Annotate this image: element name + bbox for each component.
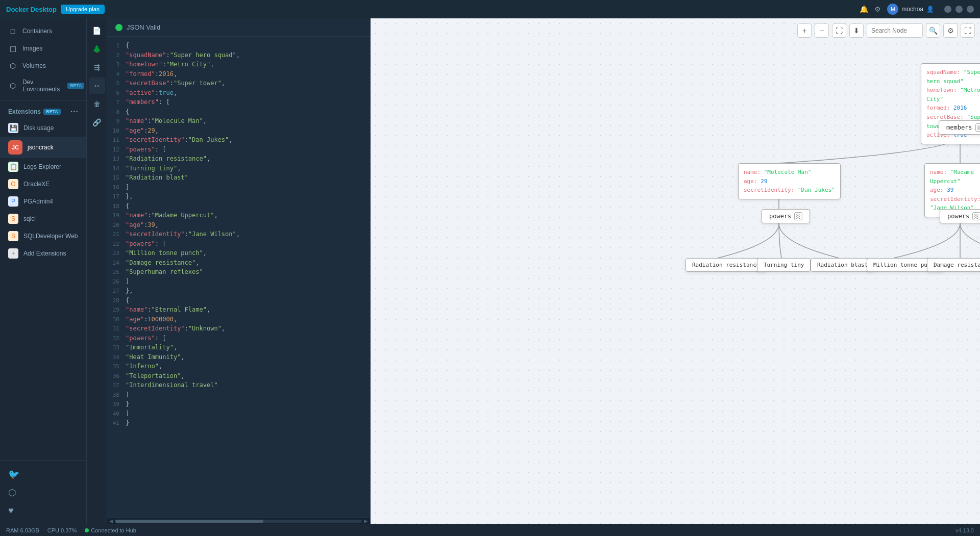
oracle-label: OracleXE (23, 181, 50, 188)
sidebar-item-add-extensions[interactable]: + Add Extensions (0, 245, 86, 262)
titlebar-icons: 🔔 ⚙ M mochoa 👤 (860, 4, 934, 15)
search-node-input[interactable] (867, 23, 923, 38)
logs-label: Logs Explorer (23, 163, 61, 170)
user-info: M mochoa 👤 (887, 4, 934, 15)
images-label: Images (22, 45, 42, 52)
disk-usage-label: Disk usage (23, 124, 54, 132)
settings-button[interactable]: ⚙ (943, 23, 958, 38)
member1-node: name: "Molecule Man" age: 29 secretIdent… (738, 163, 841, 199)
sidebar-item-pgadmin4[interactable]: P PGAdmin4 (0, 193, 86, 210)
code-line-31: 31 "secretIdentity": "Unknown", (107, 324, 370, 334)
avatar: M (887, 4, 898, 15)
ram-value: RAM 6.03GB (6, 527, 39, 533)
sidebar: □ Containers ◫ Images ⬡ Volumes ⬡ Dev En… (0, 18, 87, 524)
code-line-13: 13 "Radiation resistance", (107, 154, 370, 164)
trash-icon-btn[interactable]: 🗑 (89, 96, 105, 112)
upgrade-button[interactable]: Upgrade plan (61, 5, 105, 14)
sidebar-item-logs-explorer[interactable]: 📋 Logs Explorer (0, 158, 86, 175)
heart-icon-btn[interactable]: ♥ (0, 502, 86, 520)
graph-toolbar: + − ⛶ ⬇ 🔍 ⚙ ⛶ (797, 23, 975, 38)
sidebar-item-sqlcl[interactable]: S sqlcl (0, 210, 86, 227)
fit-view-button[interactable]: ⛶ (832, 23, 846, 38)
sidebar-item-volumes[interactable]: ⬡ Volumes (0, 57, 86, 74)
app-name: Docker Desktop (6, 6, 57, 13)
twitter-icon-btn[interactable]: 🐦 (0, 465, 86, 483)
code-line-21: 21 "secretIdentity": "Jane Wilson", (107, 229, 370, 239)
code-line-27: 27 }, (107, 286, 370, 296)
zoom-out-button[interactable]: − (815, 23, 829, 38)
sidebar-nav: □ Containers ◫ Images ⬡ Volumes ⬡ Dev En… (0, 18, 86, 266)
code-line-18: 18 { (107, 201, 370, 211)
code-line-26: 26 ] (107, 277, 370, 287)
sqldeveloper-icon: S (8, 231, 18, 241)
images-icon: ◫ (8, 44, 17, 53)
sidebar-bottom: 🐦 ⬡ ♥ (0, 461, 86, 524)
jsoncrack-icon: JC (8, 140, 22, 155)
code-line-25: 25 "Superhuman reflexes" (107, 267, 370, 277)
code-line-5: 5"secretBase": "Super tower", (107, 79, 370, 88)
sidebar-item-dev-environments[interactable]: ⬡ Dev Environments BETA (0, 74, 86, 97)
graph-icon-btn[interactable]: ↔ (89, 78, 105, 94)
logs-icon: 📋 (8, 162, 18, 172)
powers1-node: powers ⛓ (762, 209, 810, 223)
link-icon-btn[interactable]: 🔗 (89, 114, 105, 131)
json-valid-text: JSON Valid (127, 23, 160, 31)
code-line-6: 6"active": true, (107, 88, 370, 98)
close-button[interactable]: ✕ (967, 6, 974, 13)
json-editor: JSON Valid 1{2"squadName": "Super hero s… (107, 18, 371, 524)
sqlcl-label: sqlcl (23, 215, 36, 222)
containers-icon: □ (8, 27, 17, 36)
ram-status: RAM 6.03GB (6, 527, 39, 533)
code-line-4: 4"formed": 2016, (107, 69, 370, 79)
code-line-14: 14 "Turning tiny", (107, 164, 370, 173)
download-button[interactable]: ⬇ (849, 23, 864, 38)
leaf-radiation-blast: Radiation blast (811, 258, 874, 272)
sidebar-item-jsoncrack[interactable]: JC jsoncrack (0, 137, 86, 158)
flow-icon-btn[interactable]: ⇶ (89, 59, 105, 75)
icon-panel: 📄 🌲 ⇶ ↔ 🗑 🔗 (87, 18, 107, 524)
dev-env-label: Dev Environments (22, 79, 60, 93)
sidebar-item-containers[interactable]: □ Containers (0, 22, 86, 40)
powers2-node: powers ⛓ (940, 209, 980, 223)
sidebar-item-oraclexe[interactable]: O OracleXE (0, 175, 86, 193)
sidebar-item-images[interactable]: ◫ Images (0, 40, 86, 57)
code-line-9: 9 "name": "Molecule Man", (107, 116, 370, 126)
code-line-15: 15 "Radiation blast" (107, 173, 370, 183)
statusbar: RAM 6.03GB CPU 0.37% Connected to Hub v4… (0, 524, 980, 536)
sidebar-item-disk-usage[interactable]: 💾 Disk usage (0, 119, 86, 137)
github-icon-btn[interactable]: ⬡ (0, 483, 86, 502)
code-line-35: 35 "Inferno", (107, 362, 370, 371)
extensions-more-button[interactable]: ⋯ (70, 107, 78, 116)
graph-area[interactable]: + − ⛶ ⬇ 🔍 ⚙ ⛶ (371, 18, 980, 524)
powers1-link-icon: ⛓ (794, 212, 802, 220)
disk-usage-icon: 💾 (8, 123, 18, 133)
json-content[interactable]: 1{2"squadName": "Super hero squad",3"hom… (107, 37, 370, 518)
fullscreen-button[interactable]: ⛶ (961, 23, 975, 38)
username: mochoa (901, 6, 923, 13)
json-scrollbar[interactable]: ◀ ▶ (107, 518, 370, 524)
tree-icon-btn[interactable]: 🌲 (89, 41, 105, 57)
file-icon-btn[interactable]: 📄 (89, 22, 105, 39)
code-line-40: 40 ] (107, 409, 370, 419)
volumes-icon: ⬡ (8, 61, 17, 70)
zoom-in-button[interactable]: + (797, 23, 812, 38)
gear-icon[interactable]: ⚙ (874, 5, 881, 13)
jsoncrack-label: jsoncrack (28, 144, 54, 151)
code-line-20: 20 "age": 39, (107, 220, 370, 230)
minimize-button[interactable]: − (944, 6, 951, 13)
oracle-icon: O (8, 179, 18, 189)
code-line-23: 23 "Million tonne punch", (107, 248, 370, 258)
code-line-3: 3"homeTown": "Metro City", (107, 60, 370, 69)
code-line-24: 24 "Damage resistance", (107, 258, 370, 268)
search-button[interactable]: 🔍 (926, 23, 940, 38)
code-line-28: 28 { (107, 296, 370, 305)
valid-indicator (115, 24, 122, 31)
code-line-10: 10 "age": 29, (107, 126, 370, 136)
dev-env-icon: ⬡ (8, 81, 17, 90)
sidebar-item-sqldeveloper[interactable]: S SQLDeveloper Web (0, 227, 86, 245)
bell-icon[interactable]: 🔔 (860, 5, 868, 13)
add-extensions-label: Add Extensions (23, 250, 66, 257)
titlebar: Docker Desktop Upgrade plan 🔔 ⚙ M mochoa… (0, 0, 980, 18)
code-line-38: 38 ] (107, 390, 370, 400)
maximize-button[interactable]: □ (955, 6, 963, 13)
